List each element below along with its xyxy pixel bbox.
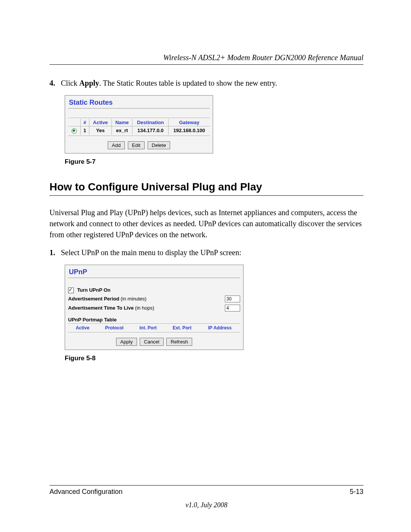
apply-button[interactable]: Apply [116,338,137,346]
adv-period-label: Advertisement Period (in minutes) [68,296,147,302]
col-ext-port: Ext. Port [165,324,200,331]
footer-section: Advanced Configuration [49,488,123,496]
portmap-table: Active Protocol Int. Port Ext. Port IP A… [68,324,240,331]
step-4-number: 4. [49,78,61,88]
edit-button[interactable]: Edit [128,141,145,149]
ttl-sub: (in hops) [135,305,155,311]
cell-gateway: 192.168.0.100 [169,126,210,135]
delete-button[interactable]: Delete [148,141,170,149]
col-active: Active [68,324,97,331]
col-name: Name [112,119,132,126]
step-4-text-after: . The Static Routes table is updated to … [99,79,277,87]
divider [68,278,240,278]
apply-keyword: Apply [79,79,99,87]
ttl-label: Advertisement Time To Live (in hops) [68,305,154,311]
col-active: Active [89,119,112,126]
step-4: 4. Click Apply. The Static Routes table … [49,78,363,88]
running-header: Wireless-N ADSL2+ Modem Router DGN2000 R… [49,53,363,65]
cell-active: Yes [89,126,112,135]
cell-name: ex_rt [112,126,132,135]
turn-upnp-on-checkbox[interactable] [68,288,74,293]
upnp-panel-title: UPnP [69,268,240,276]
table-header-row: # Active Name Destination Gateway [68,119,210,126]
portmap-header-row: Active Protocol Int. Port Ext. Port IP A… [68,324,240,331]
ttl-input[interactable] [225,305,240,312]
divider [68,136,210,136]
col-num: # [81,119,89,126]
portmap-heading: UPnP Portmap Table [68,317,240,323]
footer-page-number: 5-13 [350,488,363,496]
step-4-text: Click Apply. The Static Routes table is … [61,78,277,88]
static-routes-table: # Active Name Destination Gateway 1 Yes … [68,119,210,135]
col-gateway: Gateway [169,119,210,126]
cell-destination: 134.177.0.0 [132,126,169,135]
figure-5-7-caption: Figure 5-7 [65,158,363,166]
step-1-number: 1. [49,247,61,258]
static-routes-buttons: Add Edit Delete [68,141,210,149]
cancel-button[interactable]: Cancel [140,338,163,346]
col-destination: Destination [132,119,169,126]
step-1: 1. Select UPnP on the main menu to displ… [49,247,363,258]
footer-version: v1.0, July 2008 [49,501,363,509]
divider [68,323,240,324]
upnp-heading: How to Configure Universal Plug and Play [49,181,363,196]
refresh-button[interactable]: Refresh [166,338,192,346]
adv-period-label-text: Advertisement Period [68,296,121,302]
footer-rule [49,485,363,486]
page-footer: Advanced Configuration 5-13 v1.0, July 2… [49,485,363,509]
add-button[interactable]: Add [108,141,125,149]
cell-num: 1 [81,126,89,135]
divider [68,118,210,118]
adv-period-sub: (in minutes) [121,296,147,302]
upnp-intro-paragraph: Universal Plug and Play (UPnP) helps dev… [49,207,363,240]
ttl-row: Advertisement Time To Live (in hops) [68,305,240,312]
col-ip-address: IP Address [199,324,240,331]
col-protocol: Protocol [97,324,132,331]
upnp-panel: UPnP Turn UPnP On Advertisement Period (… [65,265,244,350]
turn-upnp-on-label: Turn UPnP On [77,287,111,293]
upnp-buttons: Apply Cancel Refresh [68,338,240,346]
static-routes-title: Static Routes [69,99,210,107]
adv-period-row: Advertisement Period (in minutes) [68,296,240,302]
divider [68,332,240,332]
static-routes-panel: Static Routes # Active Name Destination … [65,95,213,153]
col-int-port: Int. Port [132,324,165,331]
adv-period-input[interactable] [225,296,240,302]
table-row[interactable]: 1 Yes ex_rt 134.177.0.0 192.168.0.100 [68,126,210,135]
step-1-text: Select UPnP on the main menu to display … [61,247,241,258]
step-4-text-before: Click [61,79,79,87]
turn-upnp-on-row: Turn UPnP On [68,287,240,293]
ttl-label-text: Advertisement Time To Live [68,305,135,311]
radio-selected-icon[interactable] [72,128,77,134]
figure-5-8-caption: Figure 5-8 [65,355,363,362]
divider [68,108,210,109]
